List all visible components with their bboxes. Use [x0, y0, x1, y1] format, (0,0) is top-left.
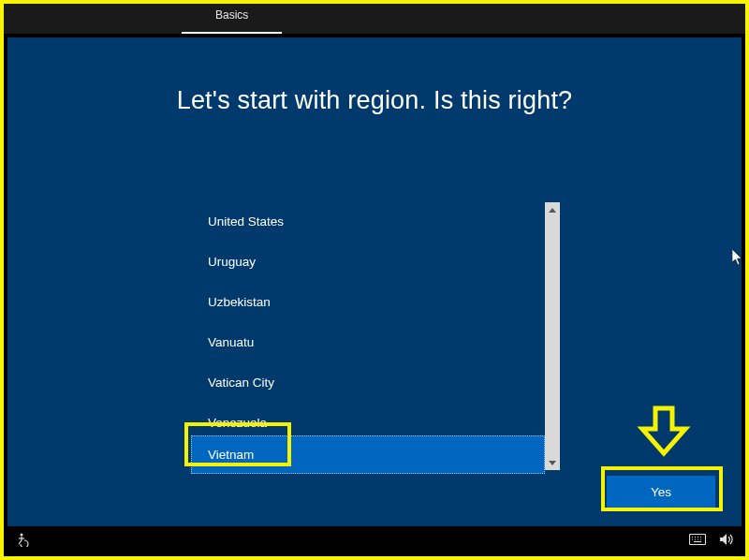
- svg-point-0: [21, 534, 23, 537]
- scroll-track[interactable]: [545, 217, 560, 455]
- bottom-bar: [7, 526, 742, 553]
- volume-icon[interactable]: [719, 533, 734, 546]
- list-item-label: Uruguay: [208, 255, 256, 269]
- list-item[interactable]: Uzbekistan: [191, 283, 545, 321]
- scrollbar[interactable]: [545, 202, 560, 470]
- list-item-selected[interactable]: Vietnam: [191, 435, 545, 474]
- list-item[interactable]: Vatican City: [191, 363, 545, 402]
- keyboard-icon[interactable]: [689, 534, 706, 545]
- tab-label: Basics: [215, 8, 248, 22]
- list-item-label: United States: [208, 214, 284, 228]
- window-frame: Basics Let's start with region. Is this …: [0, 0, 749, 560]
- list-item[interactable]: Vanuatu: [191, 323, 545, 361]
- tab-basics[interactable]: Basics: [182, 4, 282, 34]
- list-item-label: Vietnam: [208, 448, 254, 462]
- list-item-label: Uzbekistan: [208, 295, 271, 309]
- list-item-label: Venezuela: [208, 416, 267, 430]
- list-item[interactable]: Uruguay: [191, 243, 545, 281]
- list-item[interactable]: Venezuela: [191, 404, 545, 434]
- region-list: United States Uruguay Uzbekistan Vanuatu…: [191, 202, 545, 470]
- yes-button[interactable]: Yes: [607, 476, 715, 508]
- main-panel: Let's start with region. Is this right? …: [7, 37, 742, 526]
- accessibility-icon[interactable]: [15, 532, 30, 547]
- region-list-container: United States Uruguay Uzbekistan Vanuatu…: [191, 202, 560, 470]
- scroll-thumb[interactable]: [545, 217, 560, 455]
- yes-button-label: Yes: [651, 485, 671, 499]
- top-bar: Basics: [4, 4, 745, 34]
- list-item-label: Vatican City: [208, 376, 274, 390]
- page-title: Let's start with region. Is this right?: [7, 86, 742, 115]
- scroll-up-icon[interactable]: [545, 202, 560, 217]
- mouse-cursor-icon: [732, 249, 743, 269]
- list-item-label: Vanuatu: [208, 335, 254, 349]
- list-item[interactable]: United States: [191, 202, 545, 241]
- scroll-down-icon[interactable]: [545, 455, 560, 470]
